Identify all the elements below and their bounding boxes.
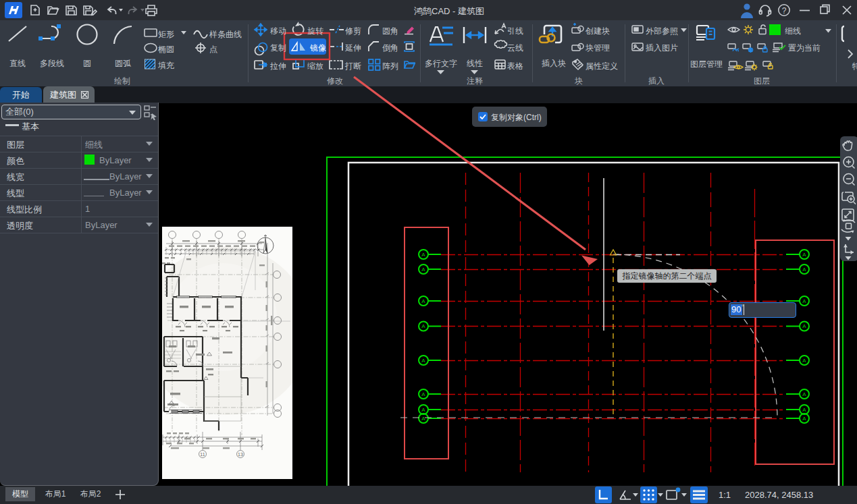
svg-text:A: A (421, 267, 425, 273)
svg-text:A: A (802, 391, 806, 397)
svg-text:A: A (421, 391, 425, 397)
svg-text:A: A (802, 323, 806, 329)
svg-text:A: A (802, 267, 806, 273)
svg-text:A: A (802, 416, 806, 422)
svg-text:A: A (421, 416, 425, 422)
svg-text:A: A (421, 323, 425, 329)
svg-text:?: ? (782, 6, 787, 16)
svg-text:11: 11 (200, 452, 205, 457)
svg-text:A: A (802, 298, 806, 304)
svg-text:A: A (802, 407, 806, 413)
svg-text:A: A (802, 252, 806, 258)
svg-text:A: A (421, 407, 425, 413)
svg-text:13: 13 (238, 452, 243, 457)
svg-text:A: A (802, 358, 806, 364)
svg-text:A: A (421, 298, 425, 304)
svg-text:A: A (421, 358, 425, 364)
svg-text:A: A (421, 252, 425, 258)
